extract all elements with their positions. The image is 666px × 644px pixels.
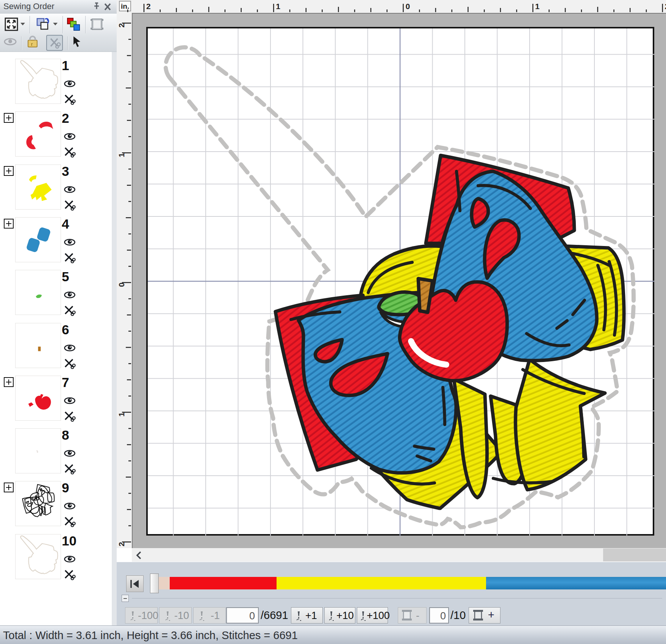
svg-text:0: 0 xyxy=(117,282,126,287)
svg-text:2: 2 xyxy=(117,23,126,28)
svg-text:2: 2 xyxy=(117,542,126,547)
svg-text:1: 1 xyxy=(535,2,540,11)
svg-text:1: 1 xyxy=(117,412,126,417)
svg-text:0: 0 xyxy=(405,2,410,11)
svg-text:in.: in. xyxy=(121,2,129,10)
svg-text:2: 2 xyxy=(146,2,151,11)
svg-text:1: 1 xyxy=(117,153,126,157)
svg-text:r: r xyxy=(31,41,33,47)
svg-text:1: 1 xyxy=(276,2,280,11)
